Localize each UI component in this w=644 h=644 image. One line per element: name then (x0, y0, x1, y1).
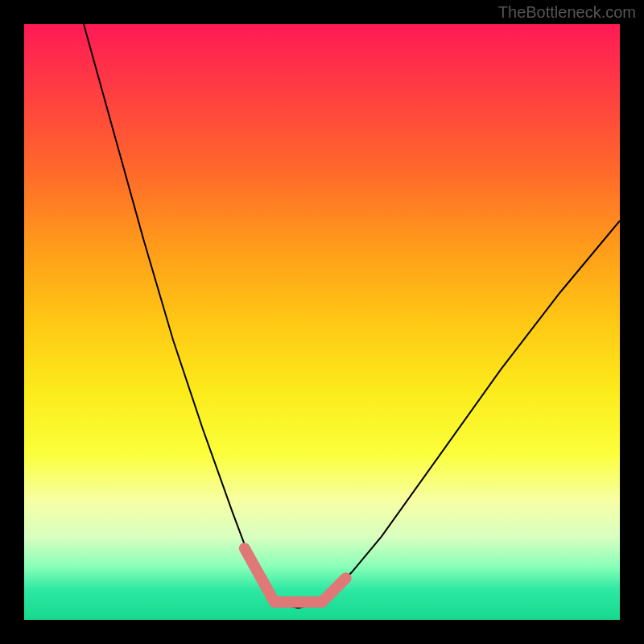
highlight-group (245, 548, 346, 602)
watermark-text: TheBottleneck.com (498, 3, 636, 22)
series-group (84, 24, 620, 608)
chart-svg (24, 24, 620, 620)
chart-area (24, 24, 620, 620)
highlight-segment-0 (245, 548, 275, 602)
series-left-curve (84, 24, 275, 602)
series-right-curve (322, 221, 620, 602)
highlight-segment-2 (322, 578, 346, 602)
